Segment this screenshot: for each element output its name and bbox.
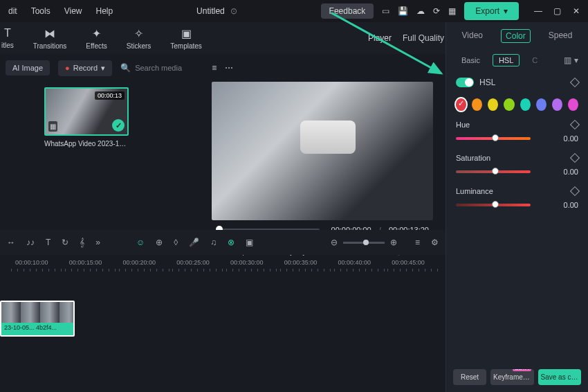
list-view-icon[interactable]: ≡ [415, 238, 420, 247]
unsaved-indicator-icon: ⊙ [230, 6, 237, 16]
crop-tool-icon[interactable]: ▣ [246, 238, 253, 247]
maximize-button[interactable]: ▢ [553, 6, 563, 16]
hue-value[interactable]: 0.00 [558, 134, 578, 143]
hsl-keyframe-icon[interactable] [570, 78, 580, 87]
swatch-6[interactable] [552, 98, 562, 111]
close-button[interactable]: ✕ [573, 6, 582, 16]
tab-video[interactable]: Video [458, 29, 487, 43]
luminance-slider-label: Luminance [456, 187, 493, 195]
ruler-tick: 00:00:15:00 [69, 259, 123, 266]
ruler-tick: 00:00:20:00 [123, 259, 177, 266]
tab-transitions[interactable]: ⧓Transitions [33, 27, 67, 50]
timeline-track-area[interactable]: 23-10-05... 4b2f4... [0, 301, 445, 342]
menu-help[interactable]: Help [96, 6, 113, 16]
chevron-down-icon: ▾ [101, 64, 105, 73]
effects-icon: ✦ [92, 27, 101, 40]
cloud-icon[interactable]: ☁ [416, 6, 425, 16]
ruler-tick: 00:00:25:00 [176, 259, 230, 266]
more-icon[interactable]: ⋯ [225, 63, 233, 73]
swatch-4[interactable] [520, 98, 531, 111]
export-button[interactable]: Export▾ [464, 2, 519, 20]
hsl-label: HSL [479, 78, 495, 87]
monitor-icon[interactable]: ▭ [382, 6, 389, 16]
luminance-slider[interactable] [456, 204, 531, 206]
media-clip-thumb[interactable]: 00:00:13 ▦ ✓ [44, 87, 129, 136]
tab-stickers[interactable]: ✧Stickers [127, 27, 151, 50]
reset-button[interactable]: Reset [453, 369, 486, 385]
tab-speed[interactable]: Speed [544, 29, 577, 43]
music-note-icon[interactable]: ♫ [210, 238, 217, 247]
clip-filmstrip [1, 302, 73, 326]
zoom-slider[interactable] [343, 242, 385, 244]
hue-keyframe-icon[interactable] [570, 120, 580, 130]
face-detect-icon[interactable]: ☺ [136, 238, 145, 247]
hsl-toggle[interactable] [456, 78, 474, 87]
hue-slider-label: Hue [456, 121, 470, 129]
saturation-value[interactable]: 0.00 [558, 168, 578, 176]
mic-icon[interactable]: 🎤 [189, 238, 199, 247]
saturation-slider[interactable] [456, 170, 531, 173]
menu-edit[interactable]: dit [8, 6, 17, 16]
swatch-0[interactable] [456, 98, 466, 111]
menu-view[interactable]: View [64, 6, 82, 16]
transitions-icon: ⧓ [44, 27, 55, 40]
ruler-tick: 00:00:10:00 [15, 259, 69, 266]
swatch-7[interactable] [568, 98, 578, 111]
record-dot-icon: ● [65, 64, 70, 72]
preview-canvas[interactable] [212, 82, 433, 220]
magnet-snap-icon[interactable]: ⊗ [228, 238, 235, 247]
zoom-in-icon[interactable]: ⊕ [390, 238, 397, 247]
menu-tools[interactable]: Tools [31, 6, 50, 16]
subtab-curves[interactable]: C [526, 55, 543, 66]
refresh-icon[interactable]: ⟳ [433, 6, 440, 16]
tab-color[interactable]: Color [501, 29, 531, 43]
audio-wave-icon[interactable]: ♪♪ [26, 238, 35, 247]
ruler-tick: 00:00:35:00 [284, 259, 338, 266]
stickers-icon: ✧ [134, 27, 143, 40]
search-box: 🔍 [120, 63, 203, 73]
pointer-tool-icon[interactable]: ↔ [7, 238, 15, 247]
luminance-keyframe-icon[interactable] [570, 186, 580, 196]
search-input[interactable] [135, 64, 190, 72]
titlebar: dit Tools View Help Untitled ⊙ Feedback … [0, 0, 588, 22]
filter-icon[interactable]: ≡ [212, 63, 217, 73]
timeline-ruler[interactable]: 00:00:10:0000:00:15:0000:00:20:0000:00:2… [0, 255, 445, 270]
tab-titles[interactable]: Titles [1, 27, 14, 49]
titles-icon: T [4, 27, 11, 39]
more-tools-icon[interactable]: » [95, 238, 100, 247]
luminance-value[interactable]: 0.00 [558, 201, 578, 209]
hue-slider[interactable] [456, 137, 531, 140]
zoom-out-icon[interactable]: ⊖ [331, 238, 338, 247]
swatch-2[interactable] [488, 98, 498, 111]
settings-gear-icon[interactable]: ⚙ [431, 238, 439, 247]
beta-badge: BETA [513, 369, 531, 371]
keyframe-panel-button[interactable]: Keyframe P...BETA [490, 369, 534, 385]
property-sidebar: Video Color Speed Basic HSL C ▥ ▾ HSL Hu… [445, 22, 588, 392]
timeline-tools: ↔ ♪♪ T ↻ 𝄞 » ☺ ⊕ ◊ 🎤 ♫ ⊗ ▣ ⊖ ⊕ ≡ ⚙ [0, 230, 445, 255]
timeline-clip-label: 23-10-05... 4b2f4... [1, 323, 73, 335]
compare-view-toggle[interactable]: ▥ ▾ [564, 55, 578, 65]
subtab-basic[interactable]: Basic [456, 55, 486, 66]
swatch-5[interactable] [536, 98, 546, 111]
tab-templates[interactable]: ▣Templates [170, 27, 202, 50]
player-label: Player [368, 33, 392, 43]
link-tool-icon[interactable]: 𝄞 [80, 238, 84, 247]
swatch-3[interactable] [504, 98, 514, 111]
record-button[interactable]: ●Record▾ [58, 60, 112, 76]
ai-image-button[interactable]: AI Image [6, 60, 50, 75]
marker-icon[interactable]: ◊ [174, 238, 178, 247]
subtab-hsl[interactable]: HSL [493, 54, 520, 66]
apps-icon[interactable]: ▦ [448, 6, 456, 16]
document-title: Untitled [196, 6, 225, 16]
subtitle-icon[interactable]: ⊕ [156, 238, 163, 247]
timeline-clip[interactable]: 23-10-05... 4b2f4... [0, 301, 75, 337]
feedback-button[interactable]: Feedback [321, 3, 374, 19]
refresh-tool-icon[interactable]: ↻ [62, 238, 68, 247]
minimize-button[interactable]: — [534, 6, 544, 16]
save-icon[interactable]: 💾 [398, 6, 408, 16]
tab-effects[interactable]: ✦Effects [86, 27, 107, 50]
saturation-keyframe-icon[interactable] [570, 153, 580, 163]
save-preset-button[interactable]: Save as cu... [538, 369, 582, 385]
swatch-1[interactable] [472, 98, 482, 111]
text-tool-icon[interactable]: T [46, 238, 50, 247]
